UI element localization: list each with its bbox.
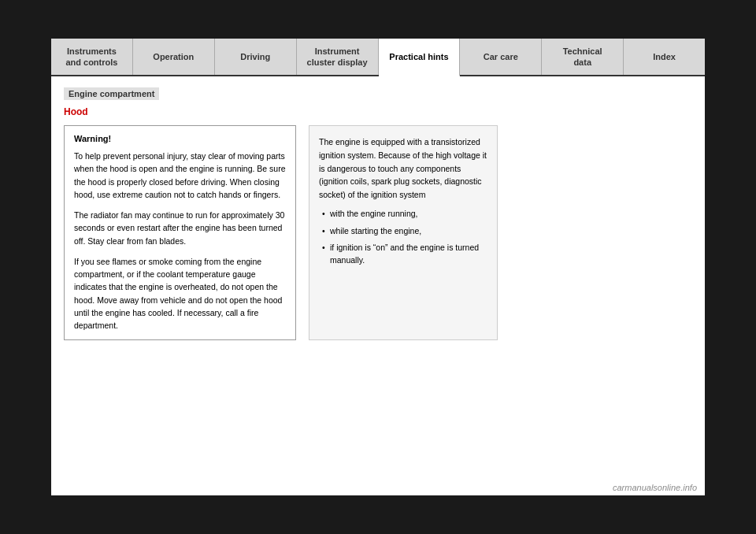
subsection-title: Hood bbox=[64, 106, 692, 117]
page-container: Instruments and controls Operation Drivi… bbox=[51, 39, 705, 495]
main-content: Warning! To help prevent personal injury… bbox=[64, 125, 692, 340]
info-list-item-2: while starting the engine, bbox=[319, 225, 487, 238]
warning-paragraph-2: The radiator fan may continue to run for… bbox=[74, 209, 286, 247]
info-intro: The engine is equipped with a transistor… bbox=[319, 137, 487, 199]
tab-instrument-cluster[interactable]: Instrument cluster display bbox=[297, 39, 379, 75]
section-title: Engine compartment bbox=[64, 87, 159, 100]
warning-box: Warning! To help prevent personal injury… bbox=[64, 125, 296, 340]
tab-car-care[interactable]: Car care bbox=[460, 39, 542, 75]
tab-index[interactable]: Index bbox=[624, 39, 705, 75]
info-list-item-1: with the engine running, bbox=[319, 208, 487, 221]
tab-instruments[interactable]: Instruments and controls bbox=[51, 39, 133, 75]
tab-practical-hints[interactable]: Practical hints bbox=[379, 39, 461, 76]
info-list: with the engine running, while starting … bbox=[319, 208, 487, 267]
nav-tabs: Instruments and controls Operation Drivi… bbox=[51, 39, 705, 76]
info-list-item-3: if ignition is “on” and the engine is tu… bbox=[319, 242, 487, 267]
warning-paragraph-1: To help prevent personal injury, stay cl… bbox=[74, 150, 286, 201]
content-area: Engine compartment Hood Warning! To help… bbox=[51, 76, 705, 350]
left-panel: Warning! To help prevent personal injury… bbox=[64, 125, 296, 340]
tab-operation[interactable]: Operation bbox=[133, 39, 215, 75]
watermark: carmanualsonline.info bbox=[613, 483, 697, 492]
right-panel: The engine is equipped with a transistor… bbox=[309, 125, 498, 340]
warning-title: Warning! bbox=[74, 134, 286, 143]
tab-driving[interactable]: Driving bbox=[215, 39, 297, 75]
tab-technical-data[interactable]: Technical data bbox=[542, 39, 624, 75]
warning-paragraph-3: If you see flames or smoke coming from t… bbox=[74, 255, 286, 332]
